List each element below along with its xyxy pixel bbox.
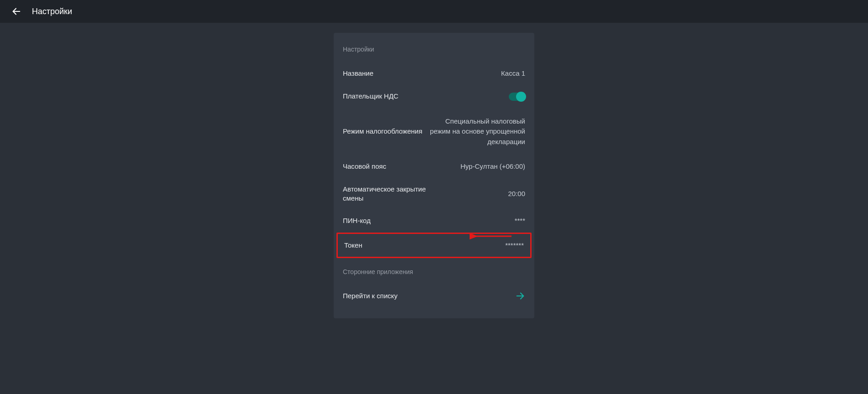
page-title: Настройки: [32, 7, 72, 16]
back-button[interactable]: [9, 4, 24, 19]
label-tax-mode: Режим налогообложения: [343, 127, 422, 136]
value-timezone: Нур-Султан (+06:00): [460, 161, 525, 172]
value-pin: ****: [515, 216, 525, 226]
row-tax-mode[interactable]: Режим налогообложения Специальный налого…: [334, 108, 534, 156]
value-name: Касса 1: [501, 68, 525, 79]
row-vat[interactable]: Плательщик НДС: [334, 85, 534, 108]
arrow-right-icon: [515, 291, 525, 301]
label-timezone: Часовой пояс: [343, 162, 386, 171]
app-header: Настройки: [0, 0, 868, 23]
settings-panel: Настройки Название Касса 1 Плательщик НД…: [334, 33, 534, 318]
section-settings-title: Настройки: [334, 42, 534, 62]
vat-toggle[interactable]: [509, 93, 525, 101]
value-tax-mode: Специальный налоговый режим на основе уп…: [429, 116, 525, 147]
arrow-left-icon: [11, 6, 21, 16]
row-auto-close[interactable]: Автоматическое закрытие смены 20:00: [334, 178, 534, 210]
label-auto-close: Автоматическое закрытие смены: [343, 185, 439, 203]
row-token[interactable]: Токен *******: [338, 234, 530, 257]
section-apps-title: Сторонние приложения: [334, 258, 534, 285]
token-highlight: Токен *******: [336, 233, 532, 259]
value-token: *******: [505, 240, 524, 251]
row-go-list[interactable]: Перейти к списку: [334, 285, 534, 307]
value-auto-close: 20:00: [508, 189, 525, 199]
row-pin[interactable]: ПИН-код ****: [334, 209, 534, 233]
label-name: Название: [343, 69, 373, 78]
label-go-list: Перейти к списку: [343, 291, 398, 301]
row-timezone[interactable]: Часовой пояс Нур-Султан (+06:00): [334, 155, 534, 178]
label-token: Токен: [344, 241, 362, 250]
row-name[interactable]: Название Касса 1: [334, 62, 534, 85]
label-pin: ПИН-код: [343, 216, 371, 225]
label-vat: Плательщик НДС: [343, 92, 398, 101]
toggle-knob: [516, 92, 526, 102]
